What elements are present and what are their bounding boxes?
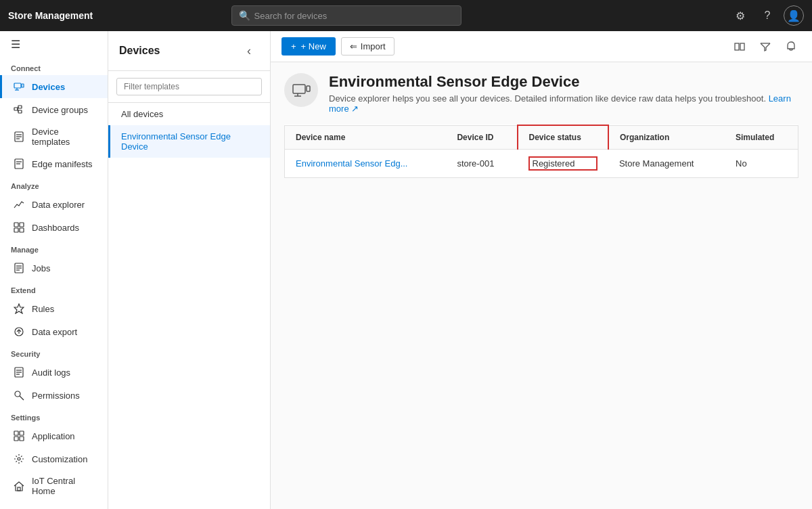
new-label: + New	[301, 41, 326, 51]
device-name-link[interactable]: Environmental Sensor Edg...	[296, 158, 407, 169]
new-plus-icon: +	[291, 41, 296, 51]
sidebar-label-jobs: Jobs	[32, 263, 50, 273]
sidebar-label-dashboards: Dashboards	[32, 223, 79, 233]
panel-title: Devices	[119, 45, 160, 57]
data-explorer-icon	[13, 198, 25, 211]
svg-rect-6	[18, 110, 22, 113]
sidebar-item-data-explorer[interactable]: Data explorer	[0, 193, 108, 216]
hamburger-menu[interactable]: ☰	[0, 31, 108, 58]
table-row: Environmental Sensor Edg... store-001 Re…	[285, 150, 798, 178]
search-bar[interactable]: 🔍	[231, 5, 461, 26]
table-header: Device name Device ID Device status Orga…	[285, 125, 798, 150]
sidebar-label-application: Application	[32, 431, 75, 441]
search-input[interactable]	[254, 11, 454, 21]
svg-line-8	[18, 109, 18, 112]
status-badge: Registered	[528, 156, 597, 171]
device-header: Environmental Sensor Edge Device Device …	[284, 73, 798, 114]
svg-rect-1	[22, 84, 24, 87]
sidebar-label-data-export: Data export	[32, 327, 77, 337]
help-icon[interactable]: ?	[757, 5, 778, 26]
col-device-status: Device status	[518, 125, 608, 150]
svg-rect-38	[18, 487, 20, 491]
sidebar-item-iot-central-home[interactable]: IoT Central Home	[0, 470, 108, 502]
svg-rect-4	[14, 108, 18, 110]
device-description: Device explorer helps you see all your d…	[329, 93, 798, 114]
panel-filter	[108, 71, 270, 103]
svg-rect-34	[20, 431, 24, 435]
devices-icon	[13, 81, 25, 93]
cell-simulated: No	[725, 150, 798, 178]
col-simulated: Simulated	[725, 125, 798, 150]
sidebar-item-jobs[interactable]: Jobs	[0, 257, 108, 280]
application-icon	[13, 430, 25, 442]
device-content: Environmental Sensor Edge Device Device …	[271, 62, 812, 509]
section-extend: Extend	[0, 280, 108, 297]
data-export-icon	[13, 326, 25, 338]
sidebar-label-data-explorer: Data explorer	[32, 200, 85, 210]
svg-rect-39	[735, 43, 739, 50]
edge-manifests-icon	[13, 158, 25, 170]
section-connect: Connect	[0, 58, 108, 75]
cell-device-status: Registered	[518, 150, 608, 178]
sidebar-label-edge-manifests: Edge manifests	[32, 159, 93, 169]
cell-device-name: Environmental Sensor Edg...	[285, 150, 447, 178]
dashboards-icon	[13, 221, 25, 234]
col-device-name: Device name	[285, 125, 447, 150]
devices-panel: Devices ‹ All devices Environmental Sens…	[108, 31, 271, 509]
customization-icon	[13, 453, 25, 465]
col-organization: Organization	[608, 125, 725, 150]
svg-rect-5	[18, 106, 22, 108]
sidebar-item-rules[interactable]: Rules	[0, 297, 108, 320]
sidebar-item-customization[interactable]: Customization	[0, 447, 108, 470]
sidebar-item-permissions[interactable]: Permissions	[0, 384, 108, 407]
import-label: Import	[361, 41, 386, 51]
sidebar-item-edge-manifests[interactable]: Edge manifests	[0, 152, 108, 175]
panel-collapse-button[interactable]: ‹	[239, 41, 259, 61]
section-security: Security	[0, 343, 108, 361]
sidebar: ☰ Connect Devices Device groups Device t…	[0, 31, 108, 509]
sidebar-item-device-templates[interactable]: Device templates	[0, 121, 108, 152]
svg-marker-24	[14, 304, 24, 313]
filter-input[interactable]	[116, 78, 262, 95]
sidebar-item-application[interactable]: Application	[0, 424, 108, 447]
user-avatar[interactable]: 👤	[784, 5, 804, 26]
sidebar-item-dashboards[interactable]: Dashboards	[0, 216, 108, 239]
sidebar-label-audit-logs: Audit logs	[32, 368, 70, 378]
iot-central-home-icon	[13, 480, 25, 492]
sidebar-item-devices[interactable]: Devices	[0, 75, 108, 98]
svg-rect-18	[14, 228, 18, 232]
topbar: Store Management 🔍 ⚙ ? 👤	[0, 0, 812, 31]
svg-rect-16	[14, 223, 18, 227]
table-body: Environmental Sensor Edg... store-001 Re…	[285, 150, 798, 178]
sidebar-label-customization: Customization	[32, 454, 87, 464]
device-icon	[284, 73, 318, 107]
cell-device-id: store-001	[446, 150, 517, 178]
column-layout-icon[interactable]	[729, 37, 750, 57]
sidebar-item-data-export[interactable]: Data export	[0, 320, 108, 343]
settings-icon[interactable]: ⚙	[729, 5, 751, 26]
svg-rect-36	[20, 437, 24, 441]
section-analyze: Analyze	[0, 175, 108, 193]
panel-nav-all-devices[interactable]: All devices	[108, 103, 270, 125]
svg-point-31	[15, 391, 20, 397]
content-toolbar: + + New ⇐ Import	[271, 31, 812, 62]
sidebar-label-device-templates: Device templates	[32, 127, 97, 147]
sidebar-label-iot-central-home: IoT Central Home	[32, 476, 97, 496]
notification-icon[interactable]	[781, 37, 801, 57]
panel-nav-label-env-sensor: Environmental Sensor Edge Device	[121, 131, 231, 152]
device-title: Environmental Sensor Edge Device	[329, 73, 798, 91]
sidebar-item-device-groups[interactable]: Device groups	[0, 98, 108, 121]
section-manage: Manage	[0, 239, 108, 257]
svg-rect-45	[293, 85, 305, 93]
panel-nav-env-sensor[interactable]: Environmental Sensor Edge Device	[108, 125, 270, 158]
sidebar-item-audit-logs[interactable]: Audit logs	[0, 361, 108, 384]
filter-icon[interactable]	[755, 37, 775, 57]
section-settings: Settings	[0, 407, 108, 424]
svg-rect-46	[307, 86, 310, 91]
import-button[interactable]: ⇐ Import	[341, 37, 394, 56]
jobs-icon	[13, 262, 25, 274]
audit-logs-icon	[13, 366, 25, 378]
svg-line-32	[20, 396, 24, 400]
new-button[interactable]: + + New	[281, 37, 336, 56]
device-groups-icon	[13, 104, 25, 116]
